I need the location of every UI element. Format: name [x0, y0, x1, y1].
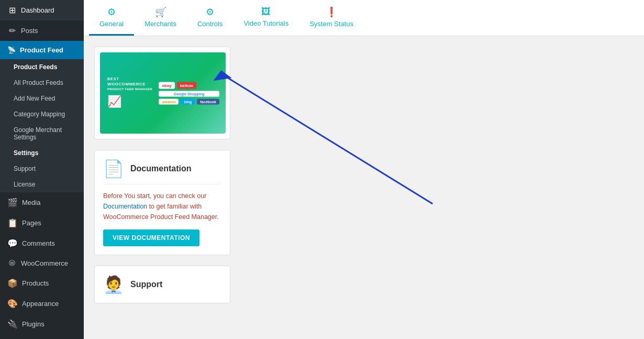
- controls-tab-icon: ⚙: [206, 6, 214, 18]
- sidebar-item-users[interactable]: 👤 Users: [0, 334, 84, 339]
- sidebar-item-label: Comments: [22, 239, 55, 247]
- main-content: ⚙ General 🛒 Merchants ⚙ Controls 🖼 Video…: [84, 0, 644, 339]
- banner-logos: ebay kelkoo Google Shopping amazon bing …: [159, 82, 219, 104]
- sidebar-section-product-feed: 📡 Product Feed Product Feeds All Product…: [0, 41, 84, 192]
- sidebar-item-dashboard[interactable]: ⊞ Dashboard: [0, 0, 84, 20]
- support-icon: 🧑‍💼: [103, 275, 124, 294]
- support-title: Support: [130, 280, 162, 289]
- sidebar-item-label: Media: [22, 199, 40, 206]
- tab-video-tutorials[interactable]: 🖼 Video Tutorials: [233, 0, 299, 36]
- sidebar-item-label: Plugins: [22, 320, 45, 328]
- sidebar-item-license[interactable]: License: [0, 177, 84, 192]
- posts-icon: ✏: [7, 26, 17, 36]
- comments-icon: 💬: [7, 238, 18, 248]
- sidebar-item-woocommerce[interactable]: Ⓦ WooCommerce: [0, 254, 84, 273]
- woocommerce-icon: Ⓦ: [7, 259, 17, 268]
- documentation-text: Before You start, you can check our Docu…: [103, 191, 221, 222]
- documentation-card: 📄 Documentation Before You start, you ca…: [94, 150, 230, 255]
- sidebar-item-appearance[interactable]: 🎨 Appearance: [0, 293, 84, 314]
- product-feed-icon: 📡: [7, 46, 16, 54]
- svg-line-0: [224, 75, 433, 204]
- merchants-tab-icon: 🛒: [155, 6, 166, 18]
- sidebar-item-plugins[interactable]: 🔌 Plugins: [0, 314, 84, 334]
- sidebar-item-label: Dashboard: [21, 6, 54, 14]
- sidebar-item-all-product-feeds[interactable]: All Product Feeds: [0, 75, 84, 91]
- media-icon: 🎬: [7, 198, 18, 207]
- sidebar-item-settings[interactable]: Settings: [0, 145, 84, 161]
- appearance-icon: 🎨: [7, 299, 18, 309]
- sidebar-item-label: Appearance: [22, 300, 59, 308]
- pages-icon: 📋: [7, 218, 18, 228]
- dashboard-icon: ⊞: [7, 5, 17, 15]
- sidebar-item-posts[interactable]: ✏ Posts: [0, 20, 84, 41]
- tab-controls[interactable]: ⚙ Controls: [187, 0, 233, 36]
- support-card-header: 🧑‍💼 Support: [103, 275, 221, 294]
- sidebar-item-pages[interactable]: 📋 Pages: [0, 213, 84, 233]
- tab-merchants[interactable]: 🛒 Merchants: [134, 0, 187, 36]
- video-tutorials-tab-icon: 🖼: [261, 6, 271, 17]
- general-tab-icon: ⚙: [107, 6, 116, 18]
- tabs-bar: ⚙ General 🛒 Merchants ⚙ Controls 🖼 Video…: [84, 0, 644, 36]
- product-banner-card: BEST WOOCOMMERCE PRODUCT FEED MANAGER 📈 …: [94, 47, 230, 139]
- sidebar-item-add-new-feed[interactable]: Add New Feed: [0, 91, 84, 106]
- documentation-title: Documentation: [130, 164, 191, 173]
- sidebar-item-comments[interactable]: 💬 Comments: [0, 233, 84, 254]
- sidebar-item-media[interactable]: 🎬 Media: [0, 192, 84, 213]
- documentation-icon: 📄: [103, 159, 124, 179]
- sidebar-item-google-merchant[interactable]: Google Merchant Settings: [0, 122, 84, 145]
- sidebar-item-products[interactable]: 📦 Products: [0, 273, 84, 293]
- sidebar-item-product-feeds[interactable]: Product Feeds: [0, 59, 84, 75]
- tab-general[interactable]: ⚙ General: [89, 0, 134, 36]
- view-documentation-button[interactable]: VIEW DOCUMENTATION: [103, 229, 199, 246]
- sidebar: ⊞ Dashboard ✏ Posts 📡 Product Feed Produ…: [0, 0, 84, 339]
- plugins-icon: 🔌: [7, 319, 18, 329]
- sidebar-item-label: Products: [22, 279, 49, 287]
- sidebar-item-product-feed[interactable]: 📡 Product Feed: [0, 41, 84, 59]
- documentation-link[interactable]: Documentation: [103, 203, 147, 210]
- tab-system-status[interactable]: ❗ System Status: [299, 0, 364, 36]
- sidebar-item-support[interactable]: Support: [0, 161, 84, 177]
- system-status-tab-icon: ❗: [326, 6, 337, 18]
- content-area: BEST WOOCOMMERCE PRODUCT FEED MANAGER 📈 …: [84, 36, 644, 314]
- banner-text: BEST WOOCOMMERCE PRODUCT FEED MANAGER 📈: [107, 76, 152, 110]
- sidebar-item-label: WooCommerce: [21, 259, 68, 267]
- sidebar-item-label: Product Feed: [20, 46, 63, 54]
- sidebar-item-label: Posts: [21, 27, 38, 35]
- product-banner-image: BEST WOOCOMMERCE PRODUCT FEED MANAGER 📈 …: [100, 52, 226, 134]
- products-icon: 📦: [7, 278, 18, 288]
- sidebar-item-label: Pages: [22, 219, 41, 227]
- sidebar-item-category-mapping[interactable]: Category Mapping: [0, 106, 84, 122]
- documentation-card-header: 📄 Documentation: [103, 159, 221, 184]
- support-card: 🧑‍💼 Support: [94, 266, 230, 303]
